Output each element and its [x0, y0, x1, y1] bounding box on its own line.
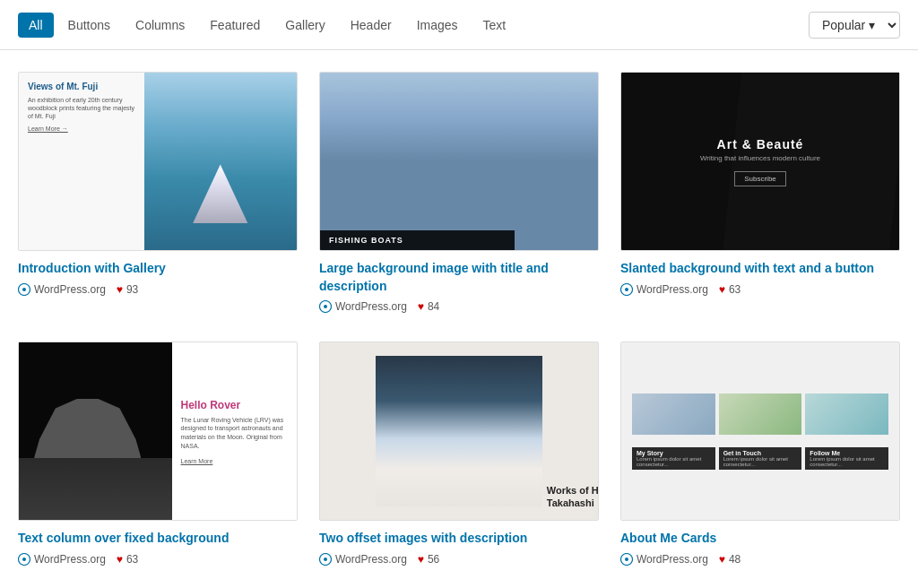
card-3-meta: WordPress.org ♥ 63	[620, 283, 900, 296]
sort-dropdown[interactable]: Popular ▾ Newest Oldest	[809, 12, 900, 39]
card-5-source-label: WordPress.org	[335, 553, 407, 566]
card-4-source-label: WordPress.org	[34, 553, 106, 566]
card-3-likes-count: 63	[729, 283, 740, 296]
svg-point-7	[22, 558, 26, 561]
art-title: Art & Beauté	[700, 137, 820, 151]
rover-desc: The Lunar Roving Vehicle (LRV) was desig…	[181, 416, 289, 451]
card-4-title: Text column over fixed background	[18, 530, 298, 548]
pagoda-image	[376, 356, 542, 506]
nav-item-gallery[interactable]: Gallery	[274, 13, 335, 38]
heart-icon-2: ♥	[418, 300, 424, 313]
card-6-meta: WordPress.org ♥ 48	[620, 553, 900, 566]
card-3-source-label: WordPress.org	[637, 283, 708, 296]
svg-point-3	[324, 305, 327, 308]
nav-item-text[interactable]: Text	[472, 13, 517, 38]
card-large-bg-image[interactable]: FISHING BOATS Large background image wit…	[319, 72, 599, 313]
rover-title: Hello Rover	[181, 399, 289, 411]
card-2-thumbnail: FISHING BOATS	[319, 72, 599, 251]
heart-icon-5: ♥	[418, 553, 424, 566]
fishing-boats-label: FISHING BOATS	[320, 230, 515, 250]
card-3-likes: ♥ 63	[719, 283, 740, 296]
about-card-2-label: Get in Touch	[723, 450, 798, 456]
heart-icon-6: ♥	[719, 553, 725, 566]
about-card-2: Get in Touch Lorem ipsum dolor sit amet …	[719, 393, 802, 470]
wordpress-icon-3	[620, 283, 633, 296]
card-6-title: About Me Cards	[620, 530, 900, 548]
card-1-source-label: WordPress.org	[34, 283, 106, 296]
subscribe-button[interactable]: Subscribe	[734, 171, 786, 186]
card-slanted-bg[interactable]: Art & Beauté Writing that influences mod…	[620, 72, 900, 313]
nav-item-images[interactable]: Images	[406, 13, 469, 38]
card-6-source-label: WordPress.org	[637, 553, 708, 566]
nav-item-columns[interactable]: Columns	[125, 13, 195, 38]
wordpress-icon	[18, 283, 30, 296]
card-1-thumbnail: Views of Mt. Fuji An exhibition of early…	[18, 72, 298, 251]
card-2-source-label: WordPress.org	[335, 300, 407, 313]
card-5-thumbnail: Works of HiroakiTakahashi	[319, 342, 599, 521]
about-card-1-label: My Story	[637, 450, 711, 456]
card-6-thumbnail: My Story Lorem ipsum dolor sit amet cons…	[620, 342, 900, 521]
art-tagline: Writing that influences modern culture	[700, 154, 820, 162]
moon-scene	[19, 342, 172, 520]
card-6-likes-count: 48	[729, 553, 740, 566]
card-2-likes: ♥ 84	[418, 300, 439, 313]
card-1-likes: ♥ 93	[117, 283, 138, 296]
card-2-title: Large background image with title and de…	[319, 260, 599, 295]
card-4-likes: ♥ 63	[117, 553, 138, 566]
svg-point-9	[324, 558, 327, 561]
card-two-offset-images[interactable]: Works of HiroakiTakahashi Two offset ima…	[319, 342, 599, 566]
card-1-meta: WordPress.org ♥ 93	[18, 283, 298, 296]
heart-icon-3: ♥	[719, 283, 725, 296]
takahashi-label: Works of HiroakiTakahashi	[547, 484, 599, 510]
card-1-source: WordPress.org	[18, 283, 106, 296]
about-card-1: My Story Lorem ipsum dolor sit amet cons…	[632, 393, 715, 470]
card-3-thumbnail: Art & Beauté Writing that influences mod…	[620, 72, 900, 251]
card-3-title: Slanted background with text and a butto…	[620, 260, 900, 278]
card-1-title: Introduction with Gallery	[18, 260, 298, 278]
rover-learn-more: Learn More	[181, 458, 289, 464]
wordpress-icon-2	[319, 300, 332, 313]
navigation: All Buttons Columns Featured Gallery Hea…	[0, 0, 918, 50]
about-card-3: Follow Me Lorem ipsum dolor sit amet con…	[805, 393, 888, 470]
about-card-3-sub: Lorem ipsum dolor sit amet consectetur..…	[810, 456, 884, 467]
wordpress-icon-5	[319, 553, 332, 566]
card-1-likes-count: 93	[126, 283, 138, 296]
wordpress-icon-4	[18, 553, 30, 566]
card-6-source: WordPress.org	[620, 553, 708, 566]
card-6-likes: ♥ 48	[719, 553, 740, 566]
about-card-3-label: Follow Me	[810, 450, 884, 456]
nav-item-featured[interactable]: Featured	[199, 13, 271, 38]
nav-item-header[interactable]: Header	[340, 13, 403, 38]
about-card-1-sub: Lorem ipsum dolor sit amet consectetur..…	[637, 456, 711, 467]
card-4-source: WordPress.org	[18, 553, 106, 566]
svg-point-1	[22, 288, 26, 291]
nav-item-buttons[interactable]: Buttons	[57, 13, 121, 38]
svg-point-5	[625, 288, 628, 291]
card-2-source: WordPress.org	[319, 300, 407, 313]
card-5-meta: WordPress.org ♥ 56	[319, 553, 599, 566]
card-5-likes-count: 56	[428, 553, 439, 566]
card-2-likes-count: 84	[428, 300, 439, 313]
rover-info: Hello Rover The Lunar Roving Vehicle (LR…	[172, 342, 298, 520]
card-5-title: Two offset images with description	[319, 530, 599, 548]
card-4-thumbnail: Hello Rover The Lunar Roving Vehicle (LR…	[18, 342, 298, 521]
heart-icon: ♥	[117, 283, 123, 296]
about-card-2-sub: Lorem ipsum dolor sit amet consectetur..…	[723, 456, 798, 467]
patterns-grid: Views of Mt. Fuji An exhibition of early…	[0, 50, 918, 587]
card-4-likes-count: 63	[126, 553, 138, 566]
card-5-likes: ♥ 56	[418, 553, 439, 566]
card-5-source: WordPress.org	[319, 553, 407, 566]
wordpress-icon-6	[620, 553, 633, 566]
card-4-meta: WordPress.org ♥ 63	[18, 553, 298, 566]
heart-icon-4: ♥	[117, 553, 123, 566]
card-text-fixed-bg[interactable]: Hello Rover The Lunar Roving Vehicle (LR…	[18, 342, 298, 566]
svg-point-11	[625, 558, 628, 561]
card-2-meta: WordPress.org ♥ 84	[319, 300, 599, 313]
card-about-me[interactable]: My Story Lorem ipsum dolor sit amet cons…	[620, 342, 900, 566]
card-introduction-gallery[interactable]: Views of Mt. Fuji An exhibition of early…	[18, 72, 298, 313]
art-beaute-content: Art & Beauté Writing that influences mod…	[700, 137, 820, 186]
card-3-source: WordPress.org	[620, 283, 708, 296]
nav-item-all[interactable]: All	[18, 13, 54, 38]
